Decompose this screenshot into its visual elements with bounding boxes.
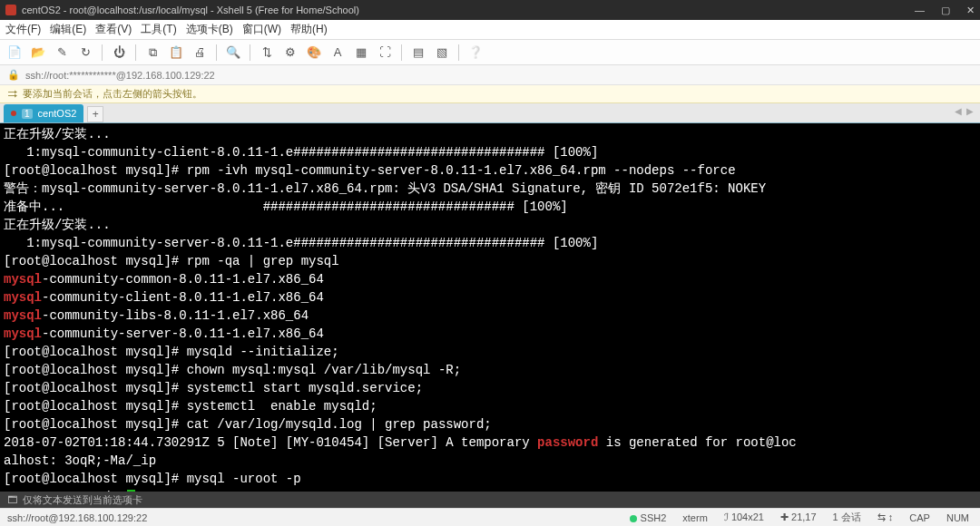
address-bar: 🔒 ssh://root:************@192.168.100.12… <box>0 65 980 85</box>
tab-scroll-icons[interactable]: ◀ ▶ <box>955 106 975 116</box>
menu-tools[interactable]: 工具(T) <box>141 22 176 37</box>
terminal-line: [root@localhost mysql]# rpm -qa | grep m… <box>4 252 976 270</box>
status-ssh: SSH2 <box>626 512 671 523</box>
toolbar-separator <box>250 44 250 61</box>
terminal-line: mysql-community-common-8.0.11-1.el7.x86_… <box>4 270 976 288</box>
terminal-line: alhost: 3oqR;-Ma/_ip <box>4 452 976 470</box>
properties-button[interactable]: ⚙ <box>281 44 299 62</box>
window-title: centOS2 - root@localhost:/usr/local/mysq… <box>22 5 915 15</box>
app-icon <box>5 5 16 15</box>
toolbar-separator <box>102 44 103 61</box>
status-cursor: ✚ 21,17 <box>777 511 820 523</box>
terminal-line: 正在升级/安装... <box>4 216 976 234</box>
status-extra: ⇆ ↕ <box>874 511 897 523</box>
tab-number: 1 <box>22 109 33 119</box>
menu-edit[interactable]: 编辑(E) <box>50 22 86 37</box>
add-tab-button[interactable]: + <box>87 106 103 122</box>
maximize-button[interactable]: ▢ <box>941 5 950 16</box>
font-button[interactable]: A <box>328 44 347 62</box>
hint-arrow-icon[interactable]: ⮆ <box>7 89 17 100</box>
menu-file[interactable]: 文件(F) <box>5 22 41 37</box>
edit-button[interactable]: ✎ <box>53 44 71 62</box>
status-bar: ssh://root@192.168.100.129:22 SSH2 xterm… <box>0 508 980 526</box>
title-bar: centOS2 - root@localhost:/usr/local/mysq… <box>0 0 980 20</box>
status-sessions: 1 会话 <box>829 511 865 524</box>
status-cap: CAP <box>906 512 934 523</box>
terminal-line: [root@localhost mysql]# systemctl enable… <box>4 397 976 415</box>
toolbar-separator <box>401 44 402 61</box>
terminal-line: [root@localhost mysql]# rpm -ivh mysql-c… <box>4 161 976 180</box>
terminal-line: [root@localhost mysql]# chown mysql:mysq… <box>4 361 976 379</box>
disconnect-button[interactable]: ⏻ <box>110 44 128 62</box>
tile-button[interactable]: ▤ <box>409 44 427 62</box>
broadcast-icon[interactable]: 🗔 <box>7 494 17 505</box>
terminal-line: mysql-community-server-8.0.11-1.el7.x86_… <box>4 325 976 343</box>
window-controls: ― ▢ ✕ <box>915 5 975 16</box>
send-mode-text: 仅将文本发送到当前选项卡 <box>23 493 142 507</box>
send-mode-strip: 🗔 仅将文本发送到当前选项卡 <box>0 492 980 508</box>
status-size: ℐ 104x21 <box>720 511 768 523</box>
hint-bar: ⮆ 要添加当前会话，点击左侧的箭头按钮。 <box>0 85 980 103</box>
help-button[interactable]: ❔ <box>466 44 485 62</box>
toolbar-separator <box>458 44 459 61</box>
toolbar-separator <box>216 44 217 61</box>
menu-view[interactable]: 查看(V) <box>95 22 132 37</box>
status-connection: ssh://root@192.168.100.129:22 <box>7 512 617 523</box>
layout-button[interactable]: ▦ <box>352 44 370 62</box>
terminal-line: 1:mysql-community-server-8.0.11-1.e#####… <box>4 234 976 252</box>
terminal-line: [root@localhost mysql]# mysql -uroot -p <box>4 470 976 488</box>
terminal-line: [root@localhost mysql]# cat /var/log/mys… <box>4 415 976 433</box>
terminal-line: [root@localhost mysql]# systemctl start … <box>4 379 976 397</box>
terminal-line: 正在升级/安装... <box>4 125 976 143</box>
terminal-line: mysql-community-libs-8.0.11-1.el7.x86_64 <box>4 307 976 325</box>
tab-centos2[interactable]: 1 centOS2 <box>4 104 83 122</box>
toolbar-separator <box>135 44 136 61</box>
address-text[interactable]: ssh://root:************@192.168.100.129:… <box>25 70 215 81</box>
colors-button[interactable]: 🎨 <box>305 44 323 62</box>
lock-icon: 🔒 <box>7 69 20 81</box>
new-session-button[interactable]: 📄 <box>5 44 24 62</box>
menu-bar: 文件(F) 编辑(E) 查看(V) 工具(T) 选项卡(B) 窗口(W) 帮助(… <box>0 20 980 40</box>
close-button[interactable]: ✕ <box>966 5 975 16</box>
tab-row: 1 centOS2 + ◀ ▶ <box>0 103 980 123</box>
tab-label: centOS2 <box>38 108 77 119</box>
fullscreen-button[interactable]: ⛶ <box>376 44 394 62</box>
terminal-line: 准备中... #################################… <box>4 198 976 216</box>
toolbar: 📄 📂 ✎ ↻ ⏻ ⧉ 📋 🖨 🔍 ⇅ ⚙ 🎨 A ▦ ⛶ ▤ ▧ ❔ <box>0 40 980 65</box>
terminal-line: [root@localhost mysql]# mysqld --initial… <box>4 343 976 361</box>
open-button[interactable]: 📂 <box>29 44 47 62</box>
terminal-line: 警告：mysql-community-server-8.0.11-1.el7.x… <box>4 180 976 198</box>
status-num: NUM <box>943 512 973 523</box>
copy-button[interactable]: ⧉ <box>143 44 162 62</box>
terminal-line: 1:mysql-community-client-8.0.11-1.e#####… <box>4 143 976 161</box>
find-button[interactable]: 🔍 <box>224 44 242 62</box>
paste-button[interactable]: 📋 <box>167 44 185 62</box>
menu-tabs[interactable]: 选项卡(B) <box>186 22 233 37</box>
hint-text: 要添加当前会话，点击左侧的箭头按钮。 <box>23 87 202 101</box>
status-term: xterm <box>679 512 711 523</box>
reconnect-button[interactable]: ↻ <box>76 44 94 62</box>
menu-window[interactable]: 窗口(W) <box>242 22 281 37</box>
print-button[interactable]: 🖨 <box>191 44 209 62</box>
minimize-button[interactable]: ― <box>915 5 925 16</box>
cascade-button[interactable]: ▧ <box>433 44 451 62</box>
session-status-icon <box>11 111 16 116</box>
terminal-line: mysql-community-client-8.0.11-1.el7.x86_… <box>4 288 976 307</box>
xftp-button[interactable]: ⇅ <box>258 44 276 62</box>
connected-icon <box>630 515 637 522</box>
terminal-line: 2018-07-02T01:18:44.730291Z 5 [Note] [MY… <box>4 433 976 452</box>
terminal-output[interactable]: 正在升级/安装... 1:mysql-community-client-8.0.… <box>0 123 980 492</box>
menu-help[interactable]: 帮助(H) <box>290 22 328 37</box>
